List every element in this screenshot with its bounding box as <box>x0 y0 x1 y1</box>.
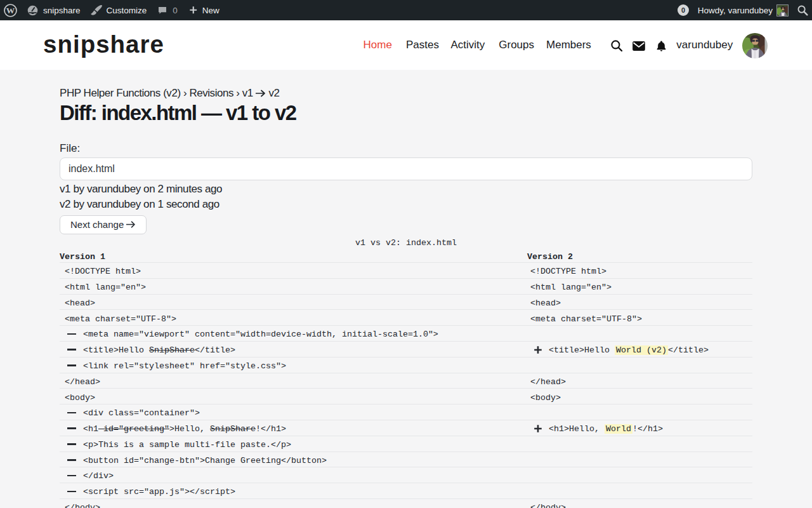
svg-text:W: W <box>6 6 15 15</box>
